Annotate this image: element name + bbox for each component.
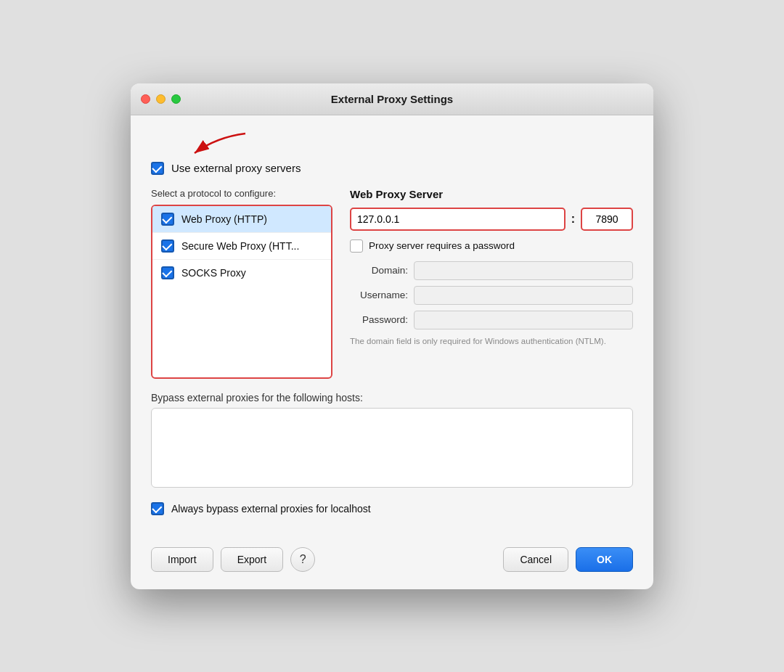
password-input[interactable]	[414, 311, 633, 329]
export-button[interactable]: Export	[221, 547, 283, 572]
username-input[interactable]	[414, 286, 633, 305]
localhost-bypass-row: Always bypass external proxies for local…	[151, 502, 633, 515]
protocol-http-checkbox[interactable]	[161, 213, 174, 226]
password-row: Password:	[350, 311, 633, 329]
bypass-label: Bypass external proxies for the followin…	[151, 392, 633, 403]
protocol-section-label: Select a protocol to configure:	[151, 188, 332, 199]
proxy-requires-password-checkbox[interactable]	[350, 239, 363, 253]
protocol-socks-checkbox[interactable]	[161, 266, 174, 279]
proxy-requires-password-label: Proxy server requires a password	[369, 240, 515, 251]
colon-separator: :	[571, 213, 575, 226]
external-proxy-settings-window: External Proxy Settings Use external pro…	[131, 83, 653, 589]
server-ip-input[interactable]	[350, 208, 565, 231]
red-arrow-icon	[166, 130, 253, 159]
use-external-proxy-row: Use external proxy servers	[151, 162, 633, 175]
server-address-row: :	[350, 208, 633, 231]
maximize-button[interactable]	[171, 94, 181, 104]
localhost-bypass-checkbox[interactable]	[151, 502, 164, 515]
protocol-item-socks[interactable]: SOCKS Proxy	[152, 260, 331, 286]
username-row: Username:	[350, 286, 633, 305]
arrow-annotation	[151, 130, 633, 159]
protocol-socks-label: SOCKS Proxy	[181, 267, 246, 279]
protocol-https-label: Secure Web Proxy (HTT...	[181, 240, 299, 252]
protocol-https-checkbox[interactable]	[161, 239, 174, 253]
import-button[interactable]: Import	[151, 547, 213, 572]
protocol-http-label: Web Proxy (HTTP)	[181, 213, 267, 225]
content-area: Use external proxy servers Select a prot…	[131, 115, 653, 547]
localhost-bypass-label: Always bypass external proxies for local…	[171, 503, 371, 515]
cancel-button[interactable]: Cancel	[503, 547, 568, 572]
window-title: External Proxy Settings	[331, 93, 453, 105]
bypass-hosts-textarea[interactable]	[151, 408, 633, 488]
domain-row: Domain:	[350, 261, 633, 280]
minimize-button[interactable]	[156, 94, 166, 104]
domain-label: Domain:	[350, 265, 408, 276]
close-button[interactable]	[141, 94, 150, 104]
bypass-section: Bypass external proxies for the followin…	[151, 392, 633, 491]
ntlm-note: The domain field is only required for Wi…	[350, 335, 633, 347]
bottom-bar: Import Export ? Cancel OK	[131, 547, 653, 589]
titlebar: External Proxy Settings	[131, 83, 653, 115]
traffic-lights	[141, 94, 181, 104]
username-label: Username:	[350, 290, 408, 300]
web-proxy-server-title: Web Proxy Server	[350, 188, 633, 200]
help-button[interactable]: ?	[290, 547, 315, 572]
protocol-item-https[interactable]: Secure Web Proxy (HTT...	[152, 233, 331, 260]
use-external-proxy-label: Use external proxy servers	[171, 162, 301, 174]
use-external-proxy-checkbox[interactable]	[151, 162, 164, 175]
proxy-password-row: Proxy server requires a password	[350, 239, 633, 253]
protocol-item-http[interactable]: Web Proxy (HTTP)	[152, 206, 331, 233]
domain-input[interactable]	[414, 261, 633, 280]
password-label: Password:	[350, 314, 408, 325]
left-panel: Select a protocol to configure: Web Prox…	[151, 188, 332, 379]
protocol-list: Web Proxy (HTTP) Secure Web Proxy (HTT..…	[151, 205, 332, 379]
ok-button[interactable]: OK	[576, 547, 633, 572]
server-port-input[interactable]	[581, 208, 633, 231]
main-section: Select a protocol to configure: Web Prox…	[151, 188, 633, 379]
right-panel: Web Proxy Server : Proxy server requires…	[350, 188, 633, 379]
